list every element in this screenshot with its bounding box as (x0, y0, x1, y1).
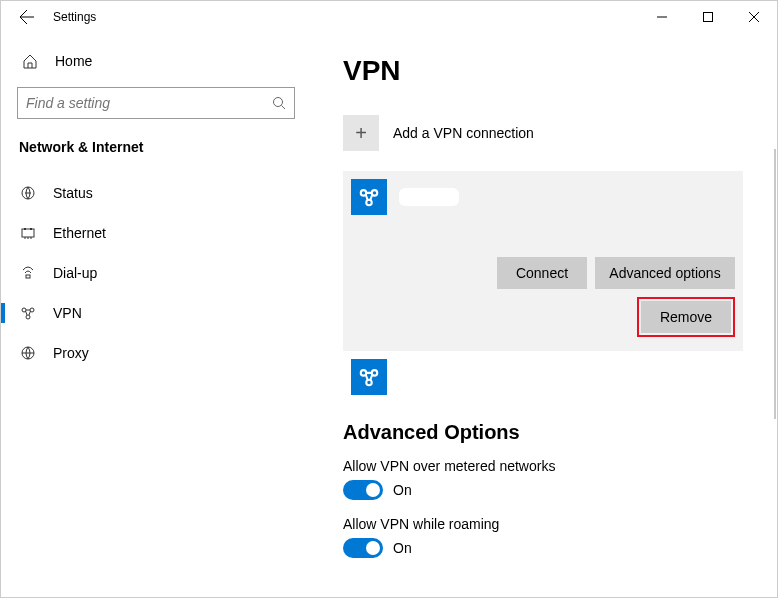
maximize-button[interactable] (685, 1, 731, 33)
sidebar-item-dialup[interactable]: Dial-up (1, 253, 295, 293)
search-icon (272, 96, 286, 110)
home-link[interactable]: Home (17, 45, 295, 77)
minimize-button[interactable] (639, 1, 685, 33)
vpn-connection-icon (351, 359, 387, 395)
vpn-entry-selected[interactable]: Connect Advanced options Remove (343, 171, 743, 351)
category-header: Network & Internet (17, 139, 295, 155)
roaming-state: On (393, 540, 412, 556)
svg-point-9 (26, 315, 30, 319)
sidebar-item-status[interactable]: Status (1, 173, 295, 213)
svg-point-16 (366, 380, 372, 386)
home-icon (21, 53, 39, 69)
svg-rect-5 (30, 228, 32, 230)
metered-label: Allow VPN over metered networks (343, 458, 759, 474)
close-button[interactable] (731, 1, 777, 33)
sidebar-item-label: Dial-up (53, 265, 97, 281)
page-title: VPN (343, 55, 759, 87)
vpn-connection-name (399, 188, 459, 206)
roaming-toggle[interactable] (343, 538, 383, 558)
back-button[interactable] (9, 1, 45, 33)
ethernet-icon (19, 225, 37, 241)
vpn-entry[interactable] (351, 359, 759, 395)
add-vpn-label: Add a VPN connection (393, 125, 534, 141)
status-icon (19, 185, 37, 201)
sidebar-item-label: Proxy (53, 345, 89, 361)
svg-rect-3 (22, 229, 34, 237)
search-box[interactable] (17, 87, 295, 119)
titlebar: Settings (1, 1, 777, 33)
connect-button[interactable]: Connect (497, 257, 587, 289)
add-vpn-row[interactable]: + Add a VPN connection (343, 115, 759, 151)
svg-point-1 (274, 98, 283, 107)
sidebar-item-proxy[interactable]: Proxy (1, 333, 295, 373)
sidebar-item-vpn[interactable]: VPN (1, 293, 295, 333)
roaming-label: Allow VPN while roaming (343, 516, 759, 532)
close-icon (749, 12, 759, 22)
arrow-left-icon (19, 9, 35, 25)
sidebar: Home Network & Internet Status Ethernet (1, 33, 311, 597)
metered-toggle[interactable] (343, 480, 383, 500)
vpn-icon (19, 305, 37, 321)
remove-button[interactable]: Remove (641, 301, 731, 333)
svg-rect-0 (704, 13, 713, 22)
sidebar-item-label: Status (53, 185, 93, 201)
home-label: Home (55, 53, 92, 69)
advanced-options-heading: Advanced Options (343, 421, 759, 444)
remove-highlight: Remove (637, 297, 735, 337)
window-title: Settings (53, 10, 96, 24)
dialup-icon (19, 265, 37, 281)
vpn-connection-icon (351, 179, 387, 215)
window-controls (639, 1, 777, 33)
svg-rect-6 (26, 275, 30, 278)
svg-point-13 (366, 200, 372, 206)
metered-state: On (393, 482, 412, 498)
maximize-icon (703, 12, 713, 22)
search-input[interactable] (26, 95, 272, 111)
sidebar-item-label: VPN (53, 305, 82, 321)
sidebar-item-ethernet[interactable]: Ethernet (1, 213, 295, 253)
sidebar-item-label: Ethernet (53, 225, 106, 241)
svg-rect-4 (24, 228, 26, 230)
proxy-icon (19, 345, 37, 361)
main-panel: VPN + Add a VPN connection Connect Advan… (311, 33, 777, 597)
advanced-options-button[interactable]: Advanced options (595, 257, 735, 289)
scrollbar[interactable] (774, 149, 776, 419)
plus-icon: + (343, 115, 379, 151)
minimize-icon (657, 12, 667, 22)
